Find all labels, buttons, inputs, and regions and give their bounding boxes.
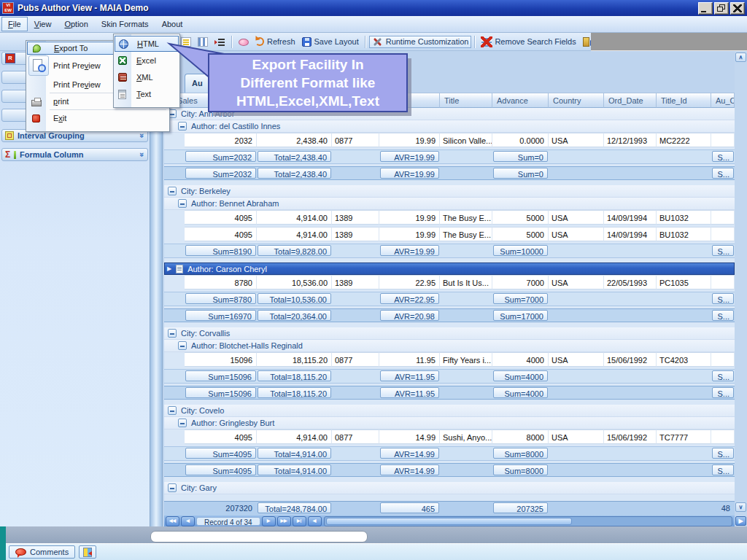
toolbar-remove-search-fields-button[interactable]: Remove Search Fields xyxy=(479,36,578,48)
status-bar: Comments xyxy=(6,543,747,560)
group-row-author[interactable]: Author: Blotchet-Halls Reginald xyxy=(164,340,735,352)
menu-item-label: Print Preview xyxy=(53,61,101,70)
column-header-country[interactable]: Country xyxy=(549,93,604,108)
table-row[interactable]: 40954,914.00087714.99Sushi, Anyo...8000U… xyxy=(164,429,735,444)
cell: 0877 xyxy=(332,352,379,367)
cell: 7000 xyxy=(492,275,549,289)
record-position-label: Record 4 of 34 xyxy=(196,517,260,526)
collapse-icon[interactable] xyxy=(168,187,177,195)
menubar-item-file[interactable]: File xyxy=(1,17,28,31)
group-row-author[interactable]: Author: Gringlesby Burt xyxy=(164,417,735,429)
bottom-input-field[interactable] xyxy=(150,531,368,542)
menubar-item-view[interactable]: View xyxy=(28,17,58,31)
column-header-au-o[interactable]: Au_O xyxy=(711,93,735,108)
cell xyxy=(711,429,735,444)
summary-cell: Sum=4000 xyxy=(492,386,549,399)
group-row-city[interactable]: City: Covelo xyxy=(164,405,735,417)
collapse-icon[interactable] xyxy=(168,406,177,415)
group-row-city[interactable]: City: Berkeley xyxy=(164,185,735,198)
summary-cell xyxy=(549,150,604,163)
fast-forward-button[interactable]: ▶▶ xyxy=(277,516,291,526)
grand-total-cell xyxy=(440,502,492,516)
panel-toggle-button[interactable] xyxy=(79,545,96,559)
cell: But Is It Us... xyxy=(440,275,492,289)
cell: 19.99 xyxy=(379,133,440,147)
cell: 5000 xyxy=(492,227,549,241)
restore-button[interactable] xyxy=(714,2,729,15)
group-row-author[interactable]: Author: del Castillo Innes xyxy=(164,120,735,133)
callout-line-1: Export Facility In xyxy=(209,55,406,74)
scroll-up-button[interactable]: ∧ xyxy=(735,52,746,62)
summary-cell xyxy=(549,167,604,179)
first-record-button[interactable]: ◀◀ xyxy=(166,516,179,526)
group-row-city[interactable]: City: Gary xyxy=(164,482,735,494)
collapse-chevron-icon[interactable]: » xyxy=(138,152,147,157)
toolbar-save-layout-button[interactable]: Save Layout xyxy=(299,36,362,48)
group-row-author[interactable]: Author: Bennet Abraham xyxy=(164,198,735,210)
menubar-item-skin-formats[interactable]: Skin Formats xyxy=(95,17,155,31)
summary-cell: S... xyxy=(711,150,735,163)
grand-total-row: 207320Total=248,784.0046520732548 xyxy=(164,501,735,516)
group-row-author-selected[interactable]: ▶Author: Carson Cheryl xyxy=(164,262,735,275)
summary-cell xyxy=(549,244,604,257)
comments-button[interactable]: Comments xyxy=(9,545,75,559)
table-row[interactable]: 878010,536.00138922.95But Is It Us...700… xyxy=(164,275,735,289)
cell: 15/06/1992 xyxy=(604,352,657,367)
horizontal-scrollbar-thumb[interactable] xyxy=(326,518,572,525)
table-row[interactable]: 40954,914.00138919.99The Busy E...5000US… xyxy=(164,227,735,241)
column-header-ord-date[interactable]: Ord_Date xyxy=(604,93,657,108)
grand-total-cell xyxy=(657,502,711,516)
scroll-down-button[interactable]: ∨ xyxy=(735,502,746,512)
column-header-title[interactable]: Title xyxy=(440,93,492,108)
horizontal-scrollbar-track[interactable] xyxy=(324,516,732,526)
scroll-left-button[interactable]: ◀ xyxy=(308,516,322,526)
submenu-item-label: Excel xyxy=(136,56,156,65)
close-button[interactable] xyxy=(730,2,745,15)
grand-total-cell: 48 xyxy=(711,502,735,516)
summary-cell xyxy=(604,167,657,179)
minimize-button[interactable] xyxy=(698,2,713,15)
summary-cell: Total=18,115.20 xyxy=(257,386,332,399)
file-menu-item-exit[interactable]: Exit xyxy=(27,110,169,126)
collapse-icon[interactable] xyxy=(178,341,187,350)
last-record-button[interactable]: ▶| xyxy=(293,516,306,526)
cell: USA xyxy=(549,429,604,444)
summary-cell xyxy=(332,309,379,322)
summary-value-box: AVR=19.99 xyxy=(380,168,439,179)
cell: 8000 xyxy=(492,429,549,444)
summary-cell xyxy=(440,447,492,460)
table-row[interactable]: 1509618,115.20087711.95Fifty Years i...4… xyxy=(164,352,735,367)
summary-value-box: S... xyxy=(712,310,734,321)
toolbar-runtime-customization-button[interactable]: Runtime Customization xyxy=(369,36,472,48)
collapse-chevron-icon[interactable]: » xyxy=(138,133,147,138)
summary-cell: S... xyxy=(711,464,735,476)
scroll-right-button[interactable]: ▶ xyxy=(735,516,746,526)
cell: 4095 xyxy=(185,429,257,444)
menubar-item-option[interactable]: Option xyxy=(58,17,94,31)
submenu-item-text[interactable]: Text xyxy=(115,86,179,102)
record-navigator: ◀◀◀Record 4 of 34▶▶▶▶|◀ xyxy=(164,516,735,526)
comments-bubble-icon xyxy=(15,548,26,556)
collapse-icon[interactable] xyxy=(178,122,187,131)
collapse-icon[interactable] xyxy=(178,199,187,208)
toolbar-refresh-button[interactable]: Refresh xyxy=(252,36,298,47)
summary-value-box: Sum=16970 xyxy=(185,310,256,321)
summary-cell: S... xyxy=(711,309,735,322)
table-row[interactable]: 40954,914.00138919.99The Busy E...5000US… xyxy=(164,210,735,225)
table-row[interactable]: 20322,438.40087719.99Silicon Valle...0.0… xyxy=(164,133,735,147)
collapse-icon[interactable] xyxy=(168,483,177,492)
column-header-advance[interactable]: Advance xyxy=(492,93,549,108)
sidebar-panel-formula-column[interactable]: Formula Column» xyxy=(1,148,148,161)
next-record-button[interactable]: ▶ xyxy=(262,516,276,526)
printer-icon xyxy=(31,100,42,106)
summary-value-box: S... xyxy=(712,464,734,475)
group-row-city[interactable]: City: Corvallis xyxy=(164,327,735,340)
column-header-title-id[interactable]: Title_Id xyxy=(657,93,711,108)
collapse-icon[interactable] xyxy=(178,419,187,427)
previous-record-button[interactable]: ◀ xyxy=(181,516,195,526)
menubar-item-about[interactable]: About xyxy=(155,17,190,31)
city-summary-row: Sum=4095Total=4,914.00AVR=14.99Sum=8000S… xyxy=(164,463,735,477)
cell: 4000 xyxy=(492,352,549,367)
collapse-icon[interactable] xyxy=(168,329,177,338)
cell: 12/12/1993 xyxy=(604,133,657,147)
